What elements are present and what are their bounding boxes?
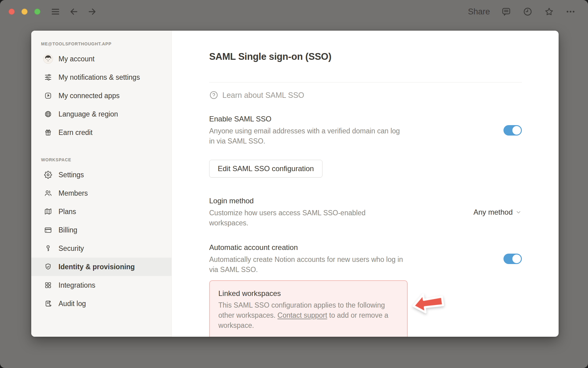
divider: [209, 82, 522, 82]
setting-title: Login method: [209, 196, 405, 206]
sidebar-item-billing[interactable]: Billing: [31, 221, 172, 239]
updates-clock-icon[interactable]: [522, 6, 533, 17]
sidebar-item-language-region[interactable]: Language & region: [31, 105, 172, 123]
automatic-account-creation-toggle[interactable]: [503, 254, 522, 264]
map-icon: [43, 206, 53, 217]
enable-saml-sso-toggle[interactable]: [503, 125, 522, 136]
sidebar-item-settings[interactable]: Settings: [31, 166, 172, 184]
sidebar-item-my-account[interactable]: My account: [31, 50, 172, 68]
sidebar-item-label: Members: [58, 189, 88, 197]
dropdown-value: Any method: [473, 208, 513, 217]
sidebar-item-integrations[interactable]: Integrations: [31, 276, 172, 294]
contact-support-link[interactable]: Contact support: [277, 311, 327, 319]
audit-log-icon: [43, 298, 53, 309]
more-options-icon[interactable]: [565, 6, 576, 17]
external-link-icon: [43, 90, 53, 101]
sidebar-item-my-notifications-settings[interactable]: My notifications & settings: [31, 68, 172, 86]
setting-description: Customize how users access SAML SSO-enab…: [209, 208, 405, 228]
question-circle-icon: [209, 90, 218, 100]
gift-icon: [43, 127, 53, 138]
edit-saml-configuration-button[interactable]: Edit SAML SSO configuration: [209, 160, 322, 178]
sidebar-item-earn-credit[interactable]: Earn credit: [31, 123, 172, 142]
login-method-setting: Login method Customize how users access …: [209, 196, 522, 228]
setting-title: Linked workspaces: [218, 289, 398, 298]
close-window-button[interactable]: [9, 9, 15, 15]
hamburger-menu-icon[interactable]: [50, 6, 61, 17]
share-button[interactable]: Share: [468, 7, 490, 17]
sidebar-item-audit-log[interactable]: Audit log: [31, 294, 172, 313]
setting-description: Anyone using email addresses with a veri…: [209, 126, 405, 146]
sidebar-item-label: My notifications & settings: [58, 73, 140, 82]
setting-title: Enable SAML SSO: [209, 114, 405, 124]
zoom-window-button[interactable]: [34, 9, 40, 15]
settings-sidebar: ME@TOOLSFORTHOUGHT.APP My accountMy noti…: [31, 31, 172, 337]
desktop: Share ME@TOOLSFORTHOUGHT.APP My accountM…: [0, 0, 588, 368]
account-section-label: ME@TOOLSFORTHOUGHT.APP: [41, 41, 172, 47]
favorite-star-icon[interactable]: [544, 6, 554, 17]
setting-title: Automatic account creation: [209, 243, 405, 252]
sidebar-item-my-connected-apps[interactable]: My connected apps: [31, 86, 172, 105]
settings-content: SAML Single sign-on (SSO) Learn about SA…: [172, 31, 559, 337]
toggle-knob: [512, 255, 521, 263]
sidebar-item-label: Security: [58, 244, 84, 253]
workspace-section-label: WORKSPACE: [41, 157, 172, 163]
linked-workspaces-highlight: Linked workspaces This SAML SSO configur…: [209, 280, 408, 337]
sidebar-item-label: Language & region: [58, 110, 118, 118]
shield-check-icon: [43, 262, 53, 272]
sidebar-item-label: Plans: [58, 208, 76, 216]
gear-icon: [43, 170, 53, 180]
sidebar-item-plans[interactable]: Plans: [31, 202, 172, 221]
toggle-knob: [512, 126, 521, 135]
sidebar-item-security[interactable]: Security: [31, 239, 172, 258]
key-icon: [43, 243, 53, 254]
sidebar-item-label: Integrations: [58, 281, 95, 289]
setting-description: This SAML SSO configuration applies to t…: [218, 300, 398, 331]
settings-dialog: ME@TOOLSFORTHOUGHT.APP My accountMy noti…: [31, 31, 559, 337]
sidebar-item-label: Identity & provisioning: [58, 263, 135, 271]
sidebar-item-label: My connected apps: [58, 92, 119, 100]
page-title: SAML Single sign-on (SSO): [209, 50, 522, 63]
window-titlebar: Share: [0, 0, 588, 23]
sidebar-item-identity-provisioning[interactable]: Identity & provisioning: [31, 258, 172, 276]
learn-about-link[interactable]: Learn about SAML SSO: [209, 90, 522, 100]
learn-about-label: Learn about SAML SSO: [222, 91, 304, 100]
avatar: [43, 54, 53, 64]
members-icon: [43, 188, 53, 198]
forward-arrow-icon[interactable]: [87, 6, 97, 17]
credit-card-icon: [43, 225, 53, 235]
sidebar-item-members[interactable]: Members: [31, 184, 172, 202]
chevron-down-icon: [515, 209, 522, 216]
grid-icon: [43, 280, 53, 290]
sidebar-item-label: My account: [58, 55, 95, 63]
login-method-dropdown[interactable]: Any method: [473, 208, 522, 217]
sidebar-item-label: Earn credit: [58, 128, 92, 137]
comments-icon[interactable]: [501, 6, 511, 17]
sliders-icon: [43, 72, 53, 82]
sidebar-item-label: Billing: [58, 226, 77, 234]
setting-description: Automatically create Notion accounts for…: [209, 255, 405, 275]
annotation-arrow-icon: [410, 289, 446, 320]
globe-icon: [43, 109, 53, 119]
traffic-lights: [9, 9, 40, 15]
sidebar-item-label: Settings: [58, 171, 84, 179]
back-arrow-icon[interactable]: [69, 6, 79, 17]
sidebar-item-label: Audit log: [58, 300, 86, 308]
minimize-window-button[interactable]: [21, 9, 28, 15]
enable-saml-sso-setting: Enable SAML SSO Anyone using email addre…: [209, 114, 522, 146]
automatic-account-creation-setting: Automatic account creation Automatically…: [209, 243, 522, 275]
